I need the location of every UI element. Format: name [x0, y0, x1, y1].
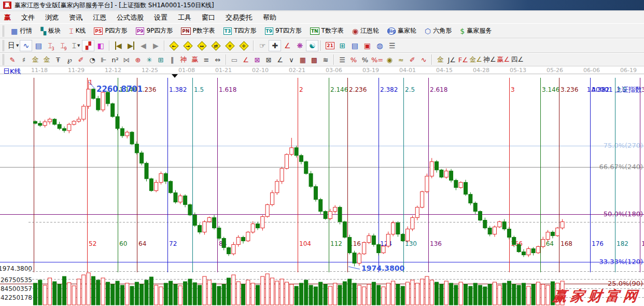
square-web-tool[interactable]: ⊞	[155, 54, 166, 65]
grid-tool[interactable]: ▦	[297, 54, 309, 65]
gold-underline-tool[interactable]: 金	[435, 54, 446, 65]
notepad-button[interactable]: ▤	[348, 40, 361, 51]
toolbar-drag-handle[interactable]	[3, 25, 5, 37]
crosshair-tool-button[interactable]: ✚	[269, 40, 281, 51]
hand-tool-button[interactable]: ☞	[256, 40, 269, 51]
j-angle-tool[interactable]: J∠	[446, 54, 457, 65]
pen-tool[interactable]: ✎	[7, 54, 18, 65]
parallel-tool[interactable]: ≋	[320, 54, 331, 65]
p-square-button[interactable]: PSP四方形	[90, 26, 131, 35]
period-day-dropdown[interactable]: 日▼	[7, 40, 20, 51]
win-tool[interactable]: 赢	[189, 54, 201, 65]
save-button[interactable]: ▣	[361, 40, 373, 51]
zoom-swap-button[interactable]: ⇄	[209, 40, 223, 51]
zoom-h-button[interactable]: ↔	[195, 40, 209, 51]
menu-item-2[interactable]: 浏览	[40, 12, 64, 23]
win-angle-tool[interactable]: 赢∠	[497, 54, 511, 65]
menu-item-4[interactable]: 江恩	[88, 12, 111, 23]
price-scale-tool[interactable]: ☰	[337, 54, 348, 65]
quotes-button[interactable]: ▦行情	[7, 26, 36, 35]
ink-brush-tool[interactable]: ✐	[407, 54, 418, 65]
menu-item-7[interactable]: 工具	[173, 12, 197, 23]
angle-lines-tool[interactable]: ∠	[274, 54, 286, 65]
frame-tool[interactable]: ▭	[229, 54, 240, 65]
gold-ruler2-tool[interactable]: 金	[41, 54, 52, 65]
fan-box-tool[interactable]: ⊠	[251, 54, 263, 65]
toolbar-drag-handle[interactable]	[3, 40, 5, 51]
shift-right-button[interactable]: →	[181, 40, 195, 51]
grid-arrow-tool[interactable]: ▩	[309, 54, 320, 65]
n-square-tool[interactable]: n²	[109, 54, 121, 65]
prev-bar-button[interactable]: ◀	[137, 40, 149, 51]
gann-flower-button[interactable]: ❋	[293, 40, 306, 51]
time-circle-tool[interactable]: ◔	[87, 54, 98, 65]
menu-item-8[interactable]: 窗口	[197, 12, 220, 23]
fan-box2-tool[interactable]: ⊠	[263, 54, 274, 65]
span-arrow-tool[interactable]: ⇔	[212, 54, 223, 65]
percent-range-tool[interactable]: %	[348, 54, 359, 65]
gold-angle-tool[interactable]: 金∠	[469, 54, 483, 65]
hexagon-button[interactable]: ⬡六角形	[421, 26, 456, 35]
tick-ruler-tool[interactable]: ⊩	[98, 54, 109, 65]
winner-wheel-button[interactable]: Big赢家轮	[383, 26, 421, 35]
menu-item-6[interactable]: 设置	[149, 12, 173, 23]
service-button[interactable]: $赢家服务	[456, 26, 496, 35]
browser-button[interactable]: ◍	[373, 40, 386, 51]
f-angle-tool[interactable]: F∠	[457, 54, 469, 65]
ruler-123-tool[interactable]: ≡	[201, 54, 212, 65]
t-number-button[interactable]: TNT数字表	[306, 26, 348, 35]
kline-button[interactable]: ⌶K线	[65, 26, 90, 35]
next-bar-button[interactable]: ▶	[149, 40, 162, 51]
first-bar-button[interactable]: ◀	[112, 40, 124, 51]
f-ruler-tool[interactable]: Ŧ	[52, 54, 64, 65]
shen-angle-tool[interactable]: 神∠	[483, 54, 497, 65]
volume-profile-button[interactable]: ◧	[94, 40, 107, 51]
menu-item-9[interactable]: 交易委托	[220, 12, 258, 23]
menu-item-1[interactable]: 文件	[16, 12, 40, 23]
wave-tool-button[interactable]: ☯	[306, 40, 318, 51]
target-circle-tool[interactable]: ⊕	[132, 54, 144, 65]
wave-range-tool[interactable]: ∿	[418, 54, 429, 65]
kline9-button[interactable]: ⌶9	[57, 40, 69, 51]
t9-square-button[interactable]: T99T四方形	[261, 26, 306, 35]
percent-line-tool[interactable]: %=	[371, 54, 384, 65]
comb-ruler-tool[interactable]: ♯	[18, 54, 30, 65]
spiral-tool[interactable]: ℘	[64, 54, 75, 65]
pattern-button[interactable]: ▞	[82, 40, 94, 51]
percent-tool[interactable]: %	[359, 54, 371, 65]
sectors-button[interactable]: ▚板块	[36, 26, 65, 35]
p9-square-button[interactable]: P99P四方形	[132, 26, 177, 35]
toolbar-drag-handle[interactable]	[3, 54, 5, 65]
shift-left-button[interactable]: ←	[167, 40, 181, 51]
ray-fan-tool[interactable]: ∠	[240, 54, 251, 65]
last-bar-button[interactable]: ▶	[124, 40, 137, 51]
kline3-button[interactable]: ⌶3	[45, 40, 57, 51]
v-lines-tool[interactable]: ∨	[286, 54, 297, 65]
t-square-button[interactable]: T3T四方形	[219, 26, 261, 35]
zoom-expand-button[interactable]: ✛	[237, 40, 251, 51]
chart-canvas[interactable]: 75.0%(270)66.67%(240)50.0%(180)33.33%(12…	[0, 74, 644, 306]
menu-item-10[interactable]: 帮助	[258, 12, 282, 23]
detail-list-button[interactable]: ▤	[32, 40, 45, 51]
four-angle-tool[interactable]: 四∠	[510, 54, 524, 65]
brush-measure-tool[interactable]: ✐	[75, 54, 87, 65]
zoom-all-button[interactable]: ✳	[223, 40, 237, 51]
shen-tool[interactable]: 神	[178, 54, 189, 65]
gold-circle-tool[interactable]: ◉	[384, 54, 395, 65]
k-mark-tool[interactable]: ∥	[166, 54, 178, 65]
volume-bar	[435, 282, 439, 305]
p-number-button[interactable]: PNP数字表	[177, 26, 219, 35]
spider-web-tool[interactable]: ✳	[144, 54, 155, 65]
gold-ruler-tool[interactable]: 金	[30, 54, 41, 65]
gann-wheel-button[interactable]: ◉江恩轮	[348, 26, 383, 35]
menu-item-5[interactable]: 公式选股	[111, 12, 149, 23]
mirror-angle-tool[interactable]: ⋈	[121, 54, 132, 65]
calendar-button[interactable]: 21	[324, 40, 336, 51]
menu-item-3[interactable]: 资讯	[64, 12, 88, 23]
trend-curve-button[interactable]: ∿	[20, 40, 32, 51]
gold-split-tool[interactable]: ≈	[395, 54, 407, 65]
calculator-button[interactable]: ⊞	[336, 40, 348, 51]
candle-style-dropdown[interactable]: ⌶▼	[69, 40, 82, 51]
angle-measure-button[interactable]: ∠	[281, 40, 293, 51]
printer-button[interactable]: ☰	[386, 40, 398, 51]
